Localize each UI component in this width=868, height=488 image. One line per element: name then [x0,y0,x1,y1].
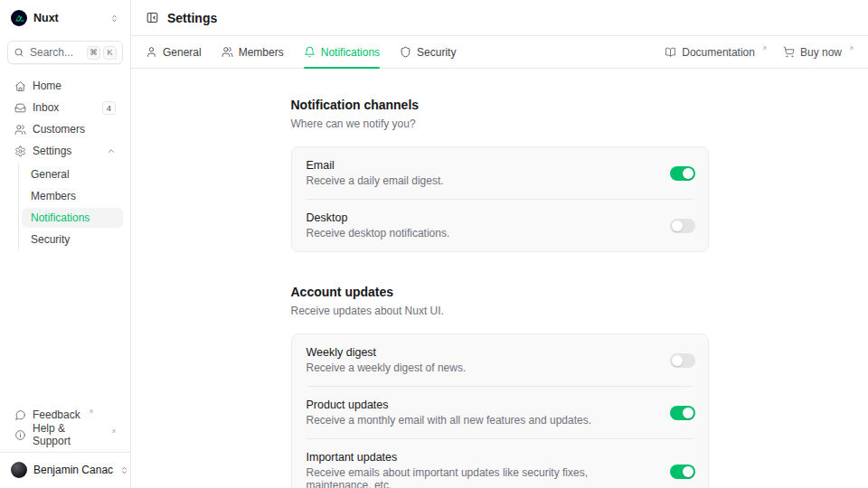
section-description: Receive updates about Nuxt UI. [291,305,709,317]
tab-bar-toolbar: Documentation Buy now [665,46,854,59]
row-label: Important updates [307,451,656,464]
gear-icon [14,145,26,157]
section-title: Notification channels [291,98,709,112]
row-description: Receive desktop notifications. [307,227,656,239]
row-description: Receive a monthly email with all new fea… [307,414,656,427]
documentation-link[interactable]: Documentation [665,46,767,59]
row-label: Desktop [307,211,656,224]
workspace-name: Nuxt [33,12,103,24]
shield-icon [400,46,411,58]
chevron-up-icon [107,146,116,155]
sidebar-item-label: Security [31,233,70,246]
sidebar-item-members[interactable]: Members [22,186,123,206]
bell-icon [304,46,316,58]
external-link-icon [848,45,854,52]
row-label: Weekly digest [307,346,656,359]
page-title: Settings [167,11,217,25]
product-updates-toggle[interactable] [670,406,695,420]
home-icon [14,80,26,92]
users-icon [222,46,233,58]
weekly-digest-toggle[interactable] [670,353,695,368]
tab-label: General [163,46,202,59]
buy-now-link[interactable]: Buy now [783,46,854,59]
tab-label: Members [239,46,284,59]
main-area: Settings General Members Notifications [131,0,868,488]
sidebar-item-security[interactable]: Security [22,230,123,249]
buy-now-label: Buy now [800,46,842,59]
documentation-label: Documentation [682,46,755,59]
search-shortcut: ⌘ K [87,46,117,60]
row-description: Receive a daily email digest. [307,174,656,187]
chevron-up-down-icon [109,14,119,23]
sidebar-item-notifications[interactable]: Notifications [22,208,123,228]
important-updates-toggle[interactable] [670,465,695,479]
user-menu[interactable]: Benjamin Canac [7,459,123,481]
sidebar-item-label: Members [31,190,76,202]
sidebar-nav: Home Inbox 4 Customers Settings [7,76,123,251]
inbox-icon [14,102,26,114]
sidebar-item-label: Home [33,80,116,92]
row-description: Receive emails about important updates l… [307,466,656,488]
settings-row-email: Email Receive a daily email digest. [292,147,708,199]
row-label: Email [307,159,656,172]
external-link-icon [110,428,117,435]
settings-row-weekly-digest: Weekly digest Receive a weekly digest of… [292,334,708,386]
shopping-cart-icon [783,46,795,58]
avatar [11,462,27,478]
section-description: Where can we notify you? [291,117,709,130]
sidebar-item-label: Inbox [33,101,96,114]
page-header: Settings [131,0,868,36]
info-circle-icon [14,429,26,441]
sidebar-item-inbox[interactable]: Inbox 4 [7,98,123,117]
search-placeholder: Search... [30,46,81,59]
tab-bar: General Members Notifications Security [131,36,868,69]
external-link-icon [88,408,94,415]
user-name: Benjamin Canac [33,464,113,476]
tab-members[interactable]: Members [222,36,284,68]
row-label: Product updates [307,399,656,411]
sidebar-item-label: Feedback [33,408,80,421]
sidebar-item-label: Notifications [31,211,90,224]
notification-channels-card: Email Receive a daily email digest. Desk… [291,146,709,252]
tab-notifications[interactable]: Notifications [304,36,380,68]
tab-security[interactable]: Security [400,36,456,68]
external-link-icon [761,45,768,52]
sidebar-spacer [7,251,123,405]
kbd-cmd: ⌘ [87,46,100,60]
app-window: Nuxt Search... ⌘ K Home [0,0,868,488]
sidebar-item-settings[interactable]: Settings [7,141,123,161]
nuxt-logo-icon [11,10,27,26]
tab-general[interactable]: General [146,36,202,68]
account-updates-card: Weekly digest Receive a weekly digest of… [291,333,709,488]
sidebar-item-help-support[interactable]: Help & Support [7,425,123,445]
content-area: Notification channels Where can we notif… [131,69,868,488]
sidebar-item-home[interactable]: Home [7,76,123,96]
sidebar-item-general[interactable]: General [22,164,123,184]
section-account-updates: Account updates Receive updates about Nu… [291,285,709,488]
settings-row-important-updates: Important updates Receive emails about i… [292,439,708,488]
email-toggle[interactable] [670,166,695,181]
chat-bubble-icon [14,409,26,421]
tab-label: Notifications [321,46,380,59]
settings-row-desktop: Desktop Receive desktop notifications. [292,200,708,251]
tab-label: Security [417,46,456,59]
sidebar-item-label: General [31,168,70,181]
book-icon [665,46,676,58]
user-section: Benjamin Canac [0,452,130,481]
sidebar-item-label: Settings [33,145,100,157]
sidebar-item-label: Customers [33,123,116,136]
sidebar-item-customers[interactable]: Customers [7,119,123,139]
settings-subnav: General Members Notifications Security [18,164,123,249]
search-icon [14,47,24,58]
kbd-k: K [103,46,117,60]
users-icon [14,124,26,136]
sidebar-collapse-button[interactable] [146,11,159,24]
sidebar-item-label: Help & Support [33,422,103,447]
desktop-toggle[interactable] [670,219,695,233]
workspace-selector[interactable]: Nuxt [7,7,123,29]
settings-row-product-updates: Product updates Receive a monthly email … [292,387,708,438]
inbox-count-badge: 4 [102,101,116,115]
section-notification-channels: Notification channels Where can we notif… [291,98,709,252]
search-input[interactable]: Search... ⌘ K [7,41,123,64]
section-title: Account updates [291,285,709,299]
